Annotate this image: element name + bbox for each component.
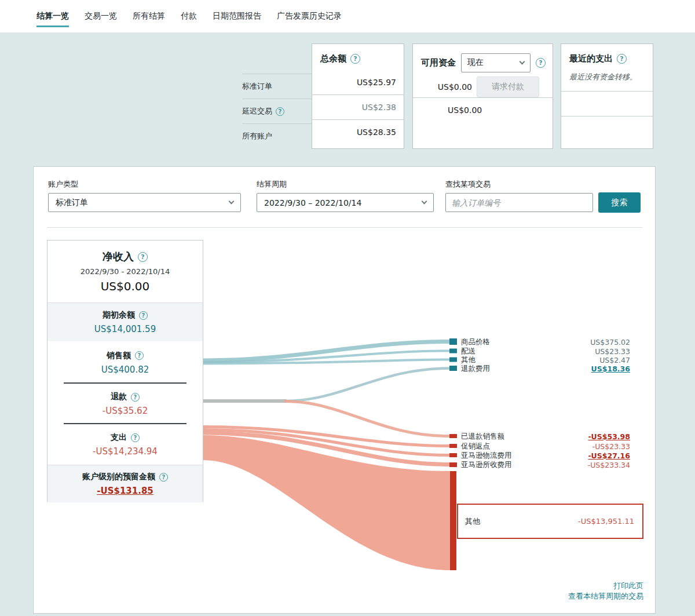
payments-dashboard-page: 结算一览 交易一览 所有结算 付款 日期范围报告 广告发票历史记录 标准订单 延…	[0, 0, 695, 616]
help-icon[interactable]: ?	[159, 473, 168, 482]
tab-all-statements[interactable]: 所有结算	[133, 11, 165, 21]
sankey-row-fba-fees: 亚马逊物流费用 -US$27.16	[461, 451, 630, 460]
row-label-all-accounts: 所有账户	[242, 131, 272, 141]
help-icon[interactable]: ?	[131, 393, 140, 402]
sankey-row-product-price: 商品价格 US$375.02	[461, 337, 630, 347]
help-icon[interactable]: ?	[536, 58, 546, 68]
sales-value: US$400.82	[101, 365, 149, 375]
node-other-credit	[449, 358, 457, 362]
sankey-row-promo-rebates: 促销返点 -US$23.33	[461, 442, 630, 451]
row-label-deferred-transactions: 延迟交易	[242, 106, 272, 116]
refunds-value: -US$35.62	[103, 406, 148, 416]
net-proceeds-amount: US$0.00	[101, 279, 150, 293]
sankey-row-amazon-fees: 亚马逊所收费用 -US$233.34	[461, 460, 630, 469]
available-funds-now: US$0.00	[421, 82, 472, 92]
opening-balance-value: US$14,001.59	[94, 324, 156, 334]
footer-links: 打印此页 查看本结算周期的交易	[439, 581, 643, 602]
total-balance-card: 总余额? US$25.97 US$2.38 US$28.35	[312, 43, 404, 149]
expenses-value: -US$14,234.94	[93, 446, 158, 457]
expenses-label: 支出	[111, 432, 127, 443]
node-amazon-fees	[449, 462, 457, 467]
total-balance-title: 总余额	[320, 53, 346, 64]
tab-transaction-view[interactable]: 交易一览	[85, 11, 117, 21]
tab-bar: 结算一览 交易一览 所有结算 付款 日期范围报告 广告发票历史记录	[0, 0, 695, 33]
help-icon[interactable]: ?	[617, 54, 627, 64]
node-shipping	[449, 349, 457, 353]
node-refunded-sales	[449, 434, 457, 438]
print-page-link[interactable]: 打印此页	[439, 581, 643, 591]
tab-statement-overview[interactable]: 结算一览	[36, 11, 69, 21]
other-expenses-label: 其他	[465, 516, 480, 527]
node-fba-fees	[449, 453, 457, 457]
node-other-debit	[450, 471, 456, 570]
refunds-label: 退款	[111, 392, 127, 402]
node-promo-rebates	[449, 444, 457, 448]
help-icon[interactable]: ?	[350, 54, 360, 64]
other-expenses-highlight-box: 其他 -US$13,951.11	[457, 504, 643, 539]
help-icon[interactable]: ?	[131, 433, 140, 442]
available-funds-title: 可用资金	[421, 57, 456, 68]
recent-payouts-card: 最近的支出? 最近没有资金转移。	[561, 43, 653, 149]
net-proceeds-date-range: 2022/9/30 - 2022/10/14	[81, 267, 170, 276]
node-product-price	[449, 338, 457, 345]
view-settlement-transactions-link[interactable]: 查看本结算周期的交易	[439, 591, 643, 602]
balance-row-labels: 标准订单 延迟交易? 所有账户	[242, 43, 312, 149]
available-funds-period-select[interactable]: 现在	[461, 53, 531, 72]
statement-panel: 账户类型 标准订单 结算周期 2022/9/30 – 2022/10/14 查找…	[33, 166, 656, 614]
sankey-row-refunded-sales: 已退款销售额 -US$53.98	[461, 432, 630, 441]
available-funds-card: 可用资金 现在 ? US$0.00 请求付款 US$0.00	[412, 43, 553, 149]
node-refund-fee	[449, 366, 457, 371]
all-accounts-balance: US$28.35	[312, 127, 404, 137]
sales-label: 销售额	[107, 351, 131, 361]
row-label-standard-orders: 标准订单	[242, 81, 272, 92]
other-expenses-value: -US$13,951.11	[578, 517, 634, 526]
tab-ad-invoice-history[interactable]: 广告发票历史记录	[277, 11, 342, 21]
help-icon[interactable]: ?	[139, 311, 148, 320]
help-icon[interactable]: ?	[135, 351, 144, 360]
net-proceeds-panel: 净收入? 2022/9/30 - 2022/10/14 US$0.00 期初余额…	[47, 240, 203, 502]
request-payment-button[interactable]: 请求付款	[477, 76, 539, 97]
tab-payments[interactable]: 付款	[181, 11, 197, 21]
opening-balance-label: 期初余额	[103, 310, 135, 320]
account-reserve-value[interactable]: -US$131.85	[97, 486, 153, 496]
account-reserve-label: 账户级别的预留金额	[82, 472, 155, 482]
net-proceeds-title: 净收入	[103, 250, 134, 264]
standard-orders-balance: US$25.97	[312, 78, 404, 87]
help-icon[interactable]: ?	[138, 252, 148, 262]
recent-payouts-title: 最近的支出	[569, 53, 613, 64]
help-icon[interactable]: ?	[276, 107, 284, 116]
chevron-down-icon	[520, 59, 525, 64]
tab-date-range-reports[interactable]: 日期范围报告	[213, 11, 261, 21]
available-funds-deferred: US$0.00	[413, 98, 482, 123]
sankey-row-shipping: 配送 US$23.33	[461, 347, 630, 356]
sankey-row-refund-fee: 退款费用 US$18.36	[461, 364, 630, 373]
deferred-transactions-balance: US$2.38	[312, 103, 404, 112]
